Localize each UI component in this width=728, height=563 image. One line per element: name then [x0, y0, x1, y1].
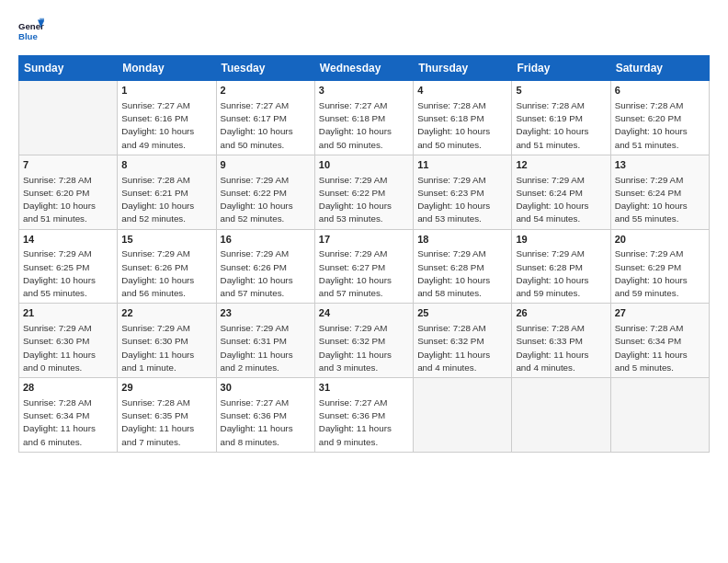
logo-icon: General Blue [18, 17, 44, 42]
day-info: Sunrise: 7:29 AM Sunset: 6:28 PM Dayligh… [417, 247, 507, 300]
day-number: 20 [615, 233, 705, 247]
week-row-1: 1Sunrise: 7:27 AM Sunset: 6:16 PM Daylig… [19, 81, 710, 155]
day-info: Sunrise: 7:29 AM Sunset: 6:23 PM Dayligh… [417, 174, 507, 226]
day-info: Sunrise: 7:28 AM Sunset: 6:35 PM Dayligh… [121, 396, 211, 449]
day-info: Sunrise: 7:29 AM Sunset: 6:22 PM Dayligh… [319, 174, 409, 226]
day-cell: 14Sunrise: 7:29 AM Sunset: 6:25 PM Dayli… [19, 229, 118, 304]
col-header-tuesday: Tuesday [216, 56, 314, 81]
day-cell: 20Sunrise: 7:29 AM Sunset: 6:29 PM Dayli… [610, 229, 709, 304]
col-header-wednesday: Wednesday [314, 56, 413, 81]
day-cell: 15Sunrise: 7:29 AM Sunset: 6:26 PM Dayli… [118, 229, 216, 304]
day-cell: 8Sunrise: 7:28 AM Sunset: 6:21 PM Daylig… [118, 155, 216, 229]
day-info: Sunrise: 7:28 AM Sunset: 6:20 PM Dayligh… [615, 99, 705, 152]
day-cell: 21Sunrise: 7:29 AM Sunset: 6:30 PM Dayli… [19, 304, 118, 378]
week-row-2: 7Sunrise: 7:28 AM Sunset: 6:20 PM Daylig… [19, 155, 710, 229]
day-cell: 3Sunrise: 7:27 AM Sunset: 6:18 PM Daylig… [314, 81, 413, 155]
day-number: 16 [221, 233, 311, 247]
day-info: Sunrise: 7:29 AM Sunset: 6:24 PM Dayligh… [516, 174, 606, 226]
day-cell: 12Sunrise: 7:29 AM Sunset: 6:24 PM Dayli… [512, 155, 610, 229]
day-info: Sunrise: 7:29 AM Sunset: 6:26 PM Dayligh… [221, 247, 311, 300]
day-cell: 31Sunrise: 7:27 AM Sunset: 6:36 PM Dayli… [314, 378, 413, 453]
day-info: Sunrise: 7:29 AM Sunset: 6:30 PM Dayligh… [23, 322, 113, 374]
day-number: 1 [121, 84, 211, 98]
day-number: 6 [615, 84, 705, 98]
day-number: 19 [516, 233, 606, 247]
week-row-5: 28Sunrise: 7:28 AM Sunset: 6:34 PM Dayli… [19, 378, 710, 453]
col-header-saturday: Saturday [610, 56, 709, 81]
day-number: 7 [23, 158, 113, 173]
day-cell: 16Sunrise: 7:29 AM Sunset: 6:26 PM Dayli… [216, 229, 314, 304]
day-cell [512, 378, 610, 453]
day-info: Sunrise: 7:28 AM Sunset: 6:34 PM Dayligh… [23, 396, 113, 449]
day-cell [19, 81, 118, 155]
day-number: 21 [23, 306, 113, 321]
day-number: 13 [615, 158, 705, 173]
day-cell [610, 378, 709, 453]
day-info: Sunrise: 7:29 AM Sunset: 6:32 PM Dayligh… [319, 322, 409, 374]
day-info: Sunrise: 7:28 AM Sunset: 6:34 PM Dayligh… [615, 322, 705, 374]
day-info: Sunrise: 7:28 AM Sunset: 6:20 PM Dayligh… [23, 174, 113, 226]
day-info: Sunrise: 7:27 AM Sunset: 6:16 PM Dayligh… [121, 99, 211, 152]
day-info: Sunrise: 7:29 AM Sunset: 6:24 PM Dayligh… [615, 174, 705, 226]
day-number: 12 [516, 158, 606, 173]
day-cell: 13Sunrise: 7:29 AM Sunset: 6:24 PM Dayli… [610, 155, 709, 229]
day-cell: 2Sunrise: 7:27 AM Sunset: 6:17 PM Daylig… [216, 81, 314, 155]
calendar-table: SundayMondayTuesdayWednesdayThursdayFrid… [18, 55, 710, 453]
day-number: 9 [221, 158, 311, 173]
day-number: 22 [121, 306, 211, 321]
page-header: General Blue [18, 17, 710, 42]
day-info: Sunrise: 7:27 AM Sunset: 6:17 PM Dayligh… [221, 99, 311, 152]
day-cell: 9Sunrise: 7:29 AM Sunset: 6:22 PM Daylig… [216, 155, 314, 229]
day-cell: 30Sunrise: 7:27 AM Sunset: 6:36 PM Dayli… [216, 378, 314, 453]
day-cell: 25Sunrise: 7:28 AM Sunset: 6:32 PM Dayli… [414, 304, 512, 378]
week-row-3: 14Sunrise: 7:29 AM Sunset: 6:25 PM Dayli… [19, 229, 710, 304]
calendar-header-row: SundayMondayTuesdayWednesdayThursdayFrid… [19, 56, 710, 81]
day-cell: 22Sunrise: 7:29 AM Sunset: 6:30 PM Dayli… [118, 304, 216, 378]
day-cell [414, 378, 512, 453]
day-number: 31 [319, 381, 409, 396]
day-number: 25 [417, 306, 507, 321]
day-cell: 17Sunrise: 7:29 AM Sunset: 6:27 PM Dayli… [314, 229, 413, 304]
logo: General Blue [18, 17, 48, 42]
day-cell: 5Sunrise: 7:28 AM Sunset: 6:19 PM Daylig… [512, 81, 610, 155]
day-info: Sunrise: 7:29 AM Sunset: 6:29 PM Dayligh… [615, 247, 705, 300]
day-info: Sunrise: 7:28 AM Sunset: 6:19 PM Dayligh… [516, 99, 606, 152]
day-info: Sunrise: 7:28 AM Sunset: 6:18 PM Dayligh… [417, 99, 507, 152]
svg-text:Blue: Blue [18, 31, 38, 41]
day-number: 17 [319, 233, 409, 247]
col-header-sunday: Sunday [19, 56, 118, 81]
day-cell: 29Sunrise: 7:28 AM Sunset: 6:35 PM Dayli… [118, 378, 216, 453]
day-number: 29 [121, 381, 211, 396]
day-number: 4 [417, 84, 507, 98]
day-number: 24 [319, 306, 409, 321]
day-info: Sunrise: 7:29 AM Sunset: 6:22 PM Dayligh… [221, 174, 311, 226]
day-number: 15 [121, 233, 211, 247]
day-cell: 24Sunrise: 7:29 AM Sunset: 6:32 PM Dayli… [314, 304, 413, 378]
col-header-friday: Friday [512, 56, 610, 81]
col-header-thursday: Thursday [414, 56, 512, 81]
day-number: 28 [23, 381, 113, 396]
day-number: 26 [516, 306, 606, 321]
day-number: 10 [319, 158, 409, 173]
day-cell: 4Sunrise: 7:28 AM Sunset: 6:18 PM Daylig… [414, 81, 512, 155]
day-cell: 19Sunrise: 7:29 AM Sunset: 6:28 PM Dayli… [512, 229, 610, 304]
week-row-4: 21Sunrise: 7:29 AM Sunset: 6:30 PM Dayli… [19, 304, 710, 378]
day-cell: 26Sunrise: 7:28 AM Sunset: 6:33 PM Dayli… [512, 304, 610, 378]
day-cell: 23Sunrise: 7:29 AM Sunset: 6:31 PM Dayli… [216, 304, 314, 378]
day-number: 5 [516, 84, 606, 98]
day-cell: 18Sunrise: 7:29 AM Sunset: 6:28 PM Dayli… [414, 229, 512, 304]
day-info: Sunrise: 7:29 AM Sunset: 6:28 PM Dayligh… [516, 247, 606, 300]
col-header-monday: Monday [118, 56, 216, 81]
day-number: 18 [417, 233, 507, 247]
day-info: Sunrise: 7:27 AM Sunset: 6:36 PM Dayligh… [319, 396, 409, 449]
day-cell: 1Sunrise: 7:27 AM Sunset: 6:16 PM Daylig… [118, 81, 216, 155]
day-number: 23 [221, 306, 311, 321]
day-cell: 11Sunrise: 7:29 AM Sunset: 6:23 PM Dayli… [414, 155, 512, 229]
day-info: Sunrise: 7:29 AM Sunset: 6:27 PM Dayligh… [319, 247, 409, 300]
day-number: 2 [221, 84, 311, 98]
day-info: Sunrise: 7:28 AM Sunset: 6:33 PM Dayligh… [516, 322, 606, 374]
day-info: Sunrise: 7:29 AM Sunset: 6:25 PM Dayligh… [23, 247, 113, 300]
day-number: 8 [121, 158, 211, 173]
day-info: Sunrise: 7:29 AM Sunset: 6:31 PM Dayligh… [221, 322, 311, 374]
day-number: 14 [23, 233, 113, 247]
